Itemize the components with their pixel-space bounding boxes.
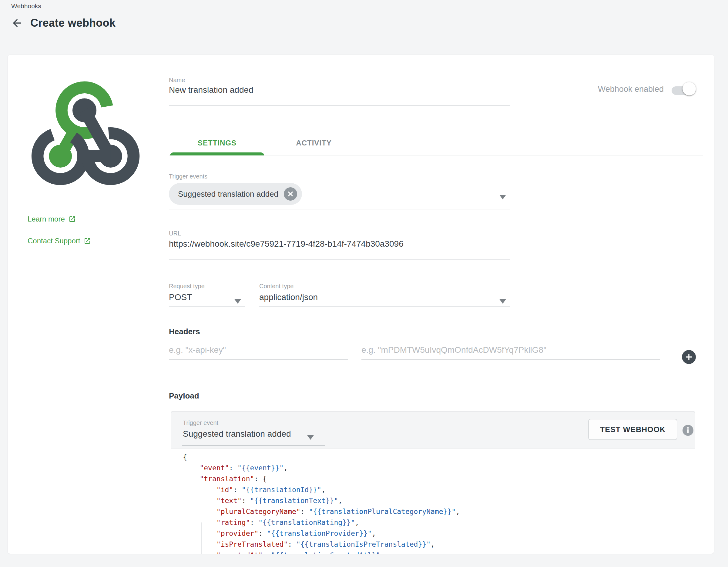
chip-remove-button[interactable] [284, 187, 297, 201]
name-input[interactable] [169, 85, 510, 95]
payload-trigger-dropdown-icon[interactable] [307, 435, 314, 440]
trigger-event-chip[interactable]: Suggested translation added [169, 183, 302, 205]
tab-activity[interactable]: ACTIVITY [264, 131, 364, 155]
webhook-enabled-label: Webhook enabled [584, 85, 664, 94]
contact-support-link[interactable]: Contact Support [28, 237, 91, 245]
breadcrumb[interactable]: Webhooks [11, 2, 41, 10]
payload-title: Payload [169, 391, 199, 401]
trigger-events-dropdown-icon[interactable] [499, 195, 506, 200]
toggle-thumb [683, 82, 696, 96]
webhook-logo-icon [26, 78, 143, 187]
url-input[interactable] [169, 239, 510, 249]
indent-guide [185, 501, 185, 554]
trigger-events-label: Trigger events [169, 173, 207, 180]
name-underline [169, 105, 510, 106]
tab-active-indicator [170, 153, 264, 156]
webhook-enabled-toggle[interactable] [671, 81, 697, 97]
trigger-events-underline [169, 209, 510, 210]
payload-box: Trigger event Suggested translation adde… [171, 411, 695, 554]
header-key-input[interactable] [169, 345, 348, 360]
header-value-input[interactable] [361, 345, 660, 360]
payload-header: Trigger event Suggested translation adde… [171, 411, 695, 448]
content-type-dropdown-icon[interactable] [499, 299, 506, 303]
headers-title: Headers [169, 327, 200, 336]
indent-guide [201, 522, 202, 554]
payload-code-lines: { "event": "{{event}}", "translation": {… [183, 451, 695, 554]
contact-support-label: Contact Support [28, 237, 80, 245]
plus-icon [685, 353, 693, 361]
back-button[interactable] [10, 16, 24, 30]
tab-settings[interactable]: SETTINGS [170, 131, 264, 155]
content-type-label: Content type [259, 283, 294, 290]
request-type-underline [169, 306, 245, 307]
request-type-label: Request type [169, 283, 205, 290]
open-in-new-icon [84, 237, 91, 245]
add-header-button[interactable] [682, 350, 696, 364]
request-type-select[interactable]: POST [169, 292, 230, 302]
url-underline [169, 260, 510, 260]
create-webhook-card: Learn more Contact Support Name Webhook … [7, 55, 714, 554]
payload-code-editor[interactable]: { "event": "{{event}}", "translation": {… [171, 449, 695, 554]
payload-trigger-event-label: Trigger event [183, 419, 218, 426]
close-icon [287, 191, 294, 197]
learn-more-link[interactable]: Learn more [28, 215, 76, 223]
content-type-underline [259, 306, 510, 307]
payload-trigger-event-select[interactable]: Suggested translation added [183, 429, 310, 439]
arrow-left-icon [11, 17, 23, 29]
chip-label: Suggested translation added [178, 190, 278, 199]
url-label: URL [169, 230, 181, 237]
payload-trigger-underline [182, 445, 325, 446]
request-type-dropdown-icon[interactable] [234, 299, 241, 303]
learn-more-label: Learn more [28, 215, 65, 223]
content-type-select[interactable]: application/json [259, 292, 471, 302]
open-in-new-icon [69, 216, 76, 223]
test-webhook-button[interactable]: TEST WEBHOOK [588, 419, 677, 440]
page-title: Create webhook [30, 17, 116, 29]
name-label: Name [169, 77, 185, 84]
page-header: Create webhook [10, 16, 116, 30]
info-icon[interactable] [683, 425, 693, 436]
